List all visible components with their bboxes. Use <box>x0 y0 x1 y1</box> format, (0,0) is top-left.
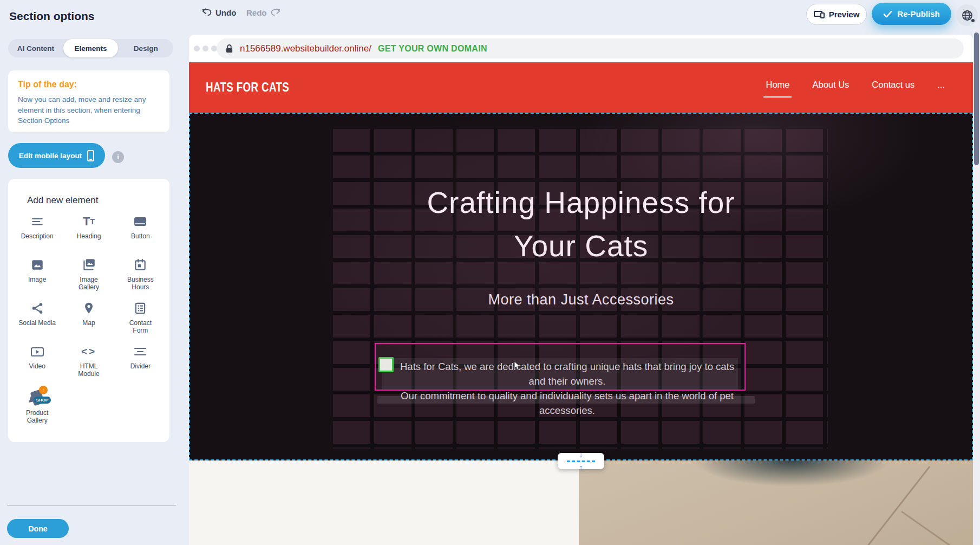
site-nav: Home About Us Contact us ... <box>766 80 945 92</box>
republish-button[interactable]: Re-Publish <box>872 3 951 25</box>
tab-design[interactable]: Design <box>118 39 173 57</box>
resize-dashed-line <box>567 460 595 462</box>
element-image[interactable]: Image <box>11 257 63 293</box>
hero-description-text: Hats for Cats, we are dedicated to craft… <box>394 359 740 418</box>
element-divider[interactable]: Divider <box>115 343 166 379</box>
tab-ai-content[interactable]: AI Content <box>8 39 63 57</box>
site-preview-canvas: n1566589.websitebuilder.online/ GET YOUR… <box>189 35 973 545</box>
contact-form-icon <box>133 300 147 316</box>
address-bar[interactable]: n1566589.websitebuilder.online/ GET YOUR… <box>217 38 964 59</box>
element-map[interactable]: Map <box>63 300 114 336</box>
hero-description-selected[interactable]: Hats for Cats, we are dedicated to craft… <box>375 343 746 391</box>
nav-home[interactable]: Home <box>766 80 789 92</box>
browser-bar: n1566589.websitebuilder.online/ GET YOUR… <box>189 35 973 62</box>
scrollbar-thumb[interactable] <box>974 33 979 165</box>
arrow-up-icon: ↑ <box>579 465 583 470</box>
sidebar-divider <box>7 505 176 505</box>
hero-heading[interactable]: Crafting Happiness for Your Cats <box>189 181 973 268</box>
devices-icon <box>814 11 825 18</box>
tip-title: Tip of the day: <box>18 80 77 89</box>
element-image-gallery[interactable]: Image Gallery <box>63 257 114 293</box>
image-gallery-icon <box>81 257 96 273</box>
page-title: Section options <box>9 10 95 23</box>
divider-icon <box>133 343 148 360</box>
nav-about-us[interactable]: About Us <box>812 80 849 92</box>
add-element-title: Add new element <box>27 195 98 206</box>
element-heading[interactable]: TT Heading <box>63 213 114 249</box>
website-builder-app: Section options AI Content Elements Desi… <box>0 0 980 545</box>
language-globe-button[interactable] <box>956 4 978 26</box>
element-selection-handle[interactable] <box>378 357 394 372</box>
globe-status-dot <box>971 19 975 22</box>
next-section-image[interactable] <box>579 460 973 545</box>
product-gallery-icon: ↑ SHOP <box>27 387 48 406</box>
sidebar-tabs: AI Content Elements Design <box>8 39 173 57</box>
element-description[interactable]: Description <box>11 213 63 249</box>
element-social-media[interactable]: Social Media <box>11 300 63 336</box>
tip-of-the-day-card: Tip of the day: Now you can add, move an… <box>8 70 169 132</box>
edit-mobile-layout-label: Edit mobile layout <box>19 152 82 160</box>
site-header: HATS FOR CATS Home About Us Contact us .… <box>189 62 973 113</box>
section-resize-handle[interactable]: ↓ ↑ <box>558 453 604 469</box>
heading-icon: TT <box>83 213 95 230</box>
info-icon[interactable]: i <box>112 151 124 163</box>
hero-subheading[interactable]: More than Just Accessories <box>189 291 973 308</box>
map-icon <box>82 300 96 316</box>
hero-section[interactable]: Crafting Happiness for Your Cats More th… <box>189 113 973 460</box>
redo-button[interactable]: Redo <box>246 8 281 17</box>
html-module-icon: <> <box>81 343 96 360</box>
get-your-own-domain-link[interactable]: GET YOUR OWN DOMAIN <box>378 44 487 54</box>
upgrade-arrow-icon: ↑ <box>39 386 48 394</box>
nav-more[interactable]: ... <box>937 80 945 92</box>
lock-icon <box>225 44 233 54</box>
business-hours-icon <box>133 257 147 273</box>
edit-mobile-layout-button[interactable]: Edit mobile layout <box>8 143 105 168</box>
check-icon <box>883 10 892 18</box>
mouse-cursor <box>514 361 521 371</box>
add-element-panel: Add new element Description TT Heading B… <box>8 179 169 442</box>
tab-elements[interactable]: Elements <box>63 39 119 57</box>
element-business-hours[interactable]: Business Hours <box>115 257 166 293</box>
floor-seam-line <box>901 511 973 545</box>
shop-badge: SHOP <box>34 397 51 404</box>
mobile-phone-icon <box>87 150 94 161</box>
add-element-grid: Description TT Heading Button Image <box>11 213 166 424</box>
image-icon <box>30 257 44 273</box>
tip-body: Now you can add, move and resize any ele… <box>18 94 160 126</box>
site-logo[interactable]: HATS FOR CATS <box>206 80 289 95</box>
button-icon <box>133 213 148 230</box>
redo-icon <box>270 8 281 17</box>
element-contact-form[interactable]: Contact Form <box>115 300 166 336</box>
description-icon <box>30 213 44 230</box>
element-shadow-bar <box>377 396 755 404</box>
done-button[interactable]: Done <box>7 519 69 538</box>
element-video[interactable]: Video <box>11 343 63 379</box>
site-url: n1566589.websitebuilder.online/ <box>240 43 371 54</box>
arrow-down-icon: ↓ <box>579 452 583 457</box>
nav-contact-us[interactable]: Contact us <box>872 80 914 92</box>
preview-button[interactable]: Preview <box>806 4 867 25</box>
page-scrollbar[interactable] <box>973 28 980 545</box>
video-icon <box>30 343 45 360</box>
element-product-gallery[interactable]: ↑ SHOP Product Gallery <box>11 387 63 424</box>
window-control-dots <box>194 46 217 51</box>
element-html-module[interactable]: <> HTML Module <box>63 343 114 379</box>
next-section-left[interactable] <box>189 460 579 545</box>
undo-icon <box>201 8 212 17</box>
undo-button[interactable]: Undo <box>201 8 236 17</box>
social-media-icon <box>30 300 44 316</box>
element-button[interactable]: Button <box>115 213 166 249</box>
floor-seam-line <box>863 466 930 545</box>
